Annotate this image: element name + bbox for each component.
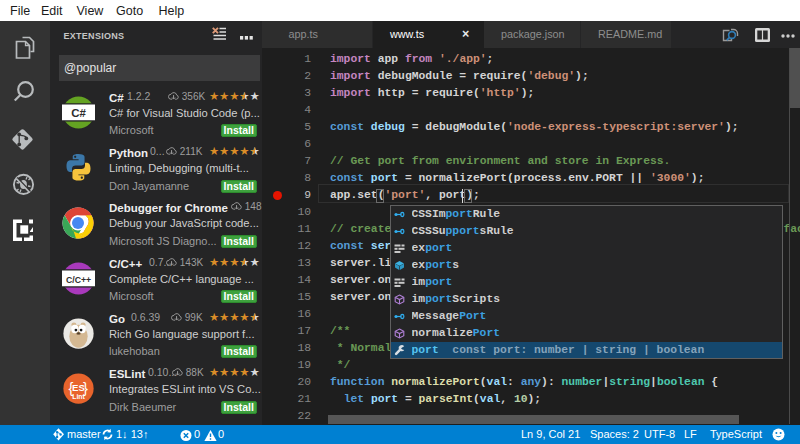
svg-text:C/C++: C/C++ [66, 275, 91, 285]
svg-text:ES: ES [72, 382, 85, 393]
svg-text:C#: C# [71, 107, 86, 119]
svg-text:Lint: Lint [72, 393, 85, 400]
